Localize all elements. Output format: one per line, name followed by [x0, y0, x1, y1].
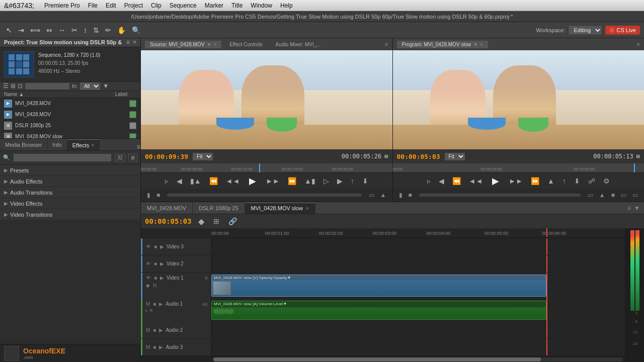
track-content-video2[interactable]	[211, 255, 625, 272]
program-play[interactable]: ▶	[488, 175, 503, 187]
source-step-fwd2[interactable]: ⏩	[285, 176, 299, 186]
workspace-select[interactable]: Editing	[568, 25, 602, 35]
track-content-audio2[interactable]	[211, 322, 625, 338]
tab-effects[interactable]: Effects ×	[67, 139, 100, 150]
program-tab-dropdown[interactable]: ▼	[473, 42, 478, 47]
program-monitor-tab[interactable]: Program: MVI_0428.MOV slow ▼ ×	[397, 41, 489, 48]
program-step-back[interactable]: ⏪	[450, 176, 463, 186]
program-trim[interactable]: ⚙	[601, 176, 612, 186]
track-eye-v3[interactable]: 👁	[145, 243, 151, 250]
menu-title[interactable]: Title	[231, 2, 243, 9]
list-item[interactable]: ▶ MVI_0428.MOV	[0, 98, 140, 109]
tool-hand[interactable]: ✋	[115, 25, 128, 35]
source-extract[interactable]: ⬇	[360, 176, 371, 186]
audio-mixer-tab[interactable]: Audio Mixer: MVI_...	[271, 41, 326, 48]
program-ctrl-e[interactable]: ■	[609, 191, 617, 199]
tl-tab-dslr[interactable]: DSLR 1080p 25	[193, 203, 245, 214]
source-ctrl-2[interactable]: ■	[154, 191, 162, 199]
tool-pen[interactable]: ✏	[103, 25, 113, 35]
source-monitor-tab[interactable]: Source: MVI_0428.MOV ▼ ×	[145, 41, 221, 48]
source-mark-out[interactable]: ◀	[174, 176, 185, 186]
menu-edit[interactable]: Edit	[106, 2, 116, 9]
timeline-scrollbar[interactable]	[141, 356, 625, 362]
program-ctrl-2[interactable]: ◀	[436, 176, 447, 186]
source-step-back2[interactable]: ◄◄	[223, 176, 243, 186]
project-panel-menu[interactable]: ≡	[126, 39, 130, 46]
track-lock-v1[interactable]: ■	[153, 275, 157, 281]
source-play[interactable]: ▶	[245, 175, 260, 187]
program-step-fwd2[interactable]: ⏩	[528, 176, 542, 186]
cs-live-button[interactable]: CS Live	[605, 26, 640, 35]
program-lift[interactable]: ↑	[560, 176, 569, 186]
source-fit-select[interactable]: Fit	[192, 152, 213, 161]
source-go-out[interactable]: ▲▮	[302, 176, 318, 186]
fx-category-audio-transitions[interactable]: ▶ Audio Transitions	[0, 187, 140, 198]
track-effect-v1[interactable]: fx	[152, 282, 157, 289]
tool-ripple[interactable]: ⟺	[28, 25, 42, 35]
tool-rate-stretch[interactable]: ↔	[56, 25, 67, 35]
track-keyframe-v1[interactable]: ◆	[145, 282, 150, 289]
project-panel-close[interactable]: ×	[133, 39, 136, 46]
track-expand-a1[interactable]: ▶	[158, 301, 164, 307]
program-ctrl-1[interactable]: ▹	[425, 176, 433, 186]
list-item[interactable]: ⊞ DSLR 1080p 25	[0, 120, 140, 131]
project-panel-options[interactable]: ▼	[103, 82, 109, 89]
track-lock-a2[interactable]: ■	[152, 327, 156, 333]
audio-clip-a1[interactable]: MVI_0428.MOV slow [A] Volume:Level▼	[211, 301, 546, 320]
source-panel-menu[interactable]: ≡	[385, 41, 388, 47]
program-ctrl-b[interactable]: ■	[407, 191, 414, 199]
track-content-video3[interactable]	[211, 238, 625, 255]
list-item[interactable]: ▶ MVI_0428.MOV	[0, 109, 140, 120]
program-step-fwd[interactable]: ►►	[506, 176, 525, 186]
program-step-back2[interactable]: ◄◄	[466, 176, 486, 186]
tl-tab-close[interactable]: ×	[306, 206, 309, 211]
program-ctrl-c[interactable]: ▭	[586, 191, 595, 199]
source-mark-in[interactable]: ▹	[163, 176, 171, 186]
track-expand-a3[interactable]: ▶	[158, 344, 164, 350]
program-ctrl-a[interactable]: ▮	[397, 191, 405, 199]
program-ctrl-f[interactable]: ▭	[619, 191, 628, 199]
tl-snap-toggle[interactable]: ≡	[627, 205, 631, 212]
program-ctrl-g[interactable]: ▭	[630, 191, 640, 199]
program-extract[interactable]: ⬇	[572, 176, 583, 186]
menu-file[interactable]: File	[88, 2, 98, 9]
menu-window[interactable]: Window	[251, 2, 272, 9]
project-freeform-view[interactable]: ⊡	[18, 82, 23, 89]
program-tab-close[interactable]: ×	[480, 42, 483, 47]
tl-add-marker[interactable]: ◆	[196, 216, 207, 227]
track-content-video1[interactable]: MVI_0428.MOV slow [V] Opacity:Opacity▼	[211, 273, 625, 300]
program-go-out[interactable]: ▲	[545, 176, 557, 186]
effect-controls-tab[interactable]: Effect Controls	[224, 41, 267, 48]
tab-info[interactable]: Info	[47, 139, 67, 150]
fx-category-presets[interactable]: ▶ Presets	[0, 165, 140, 176]
tool-track-select[interactable]: ⇥	[16, 25, 26, 35]
track-lock-v3[interactable]: ■	[153, 243, 157, 250]
tab-media-browser[interactable]: Media Browser	[0, 139, 47, 150]
project-icon-view[interactable]: ⊞	[11, 82, 16, 89]
menu-clip[interactable]: Clip	[151, 2, 162, 9]
track-expand-v2[interactable]: ▶	[159, 260, 165, 267]
timeline-scroll-thumb[interactable]	[213, 357, 541, 361]
tool-slide[interactable]: ⇅	[91, 25, 101, 35]
source-mini-timeline[interactable]: 00:00:00 00:00:05:00 00:00:10:00 00:00:1…	[141, 163, 392, 172]
apple-menu[interactable]: &#63743;	[4, 2, 34, 10]
project-list-view[interactable]: ☰	[3, 82, 9, 89]
list-item[interactable]: ⊞ MVI_0428.MOV slow	[0, 131, 140, 138]
timeline-scroll-track[interactable]	[213, 357, 623, 361]
fx-icon-view[interactable]: ⊞	[128, 154, 137, 161]
source-insert[interactable]: ▷	[321, 176, 332, 186]
menu-help[interactable]: Help	[280, 2, 293, 9]
tool-razor[interactable]: ✂	[69, 25, 79, 35]
track-content-audio1[interactable]: MVI_0428.MOV slow [A] Volume:Level▼	[211, 300, 625, 322]
tool-slip[interactable]: ↕	[82, 25, 89, 35]
track-mute-a3[interactable]: M	[145, 344, 150, 350]
tool-selection[interactable]: ↖	[4, 25, 14, 35]
source-scrub[interactable]	[167, 194, 361, 197]
menu-marker[interactable]: Marker	[205, 2, 223, 9]
track-lock-v2[interactable]: ■	[153, 260, 157, 267]
source-step-back[interactable]: ⏪	[207, 176, 220, 186]
program-scrub[interactable]	[419, 194, 581, 197]
project-search-input[interactable]	[25, 82, 70, 90]
source-ctrl-3[interactable]: ▭	[367, 191, 376, 199]
fx-category-video-transitions[interactable]: ▶ Video Transitions	[0, 209, 140, 220]
